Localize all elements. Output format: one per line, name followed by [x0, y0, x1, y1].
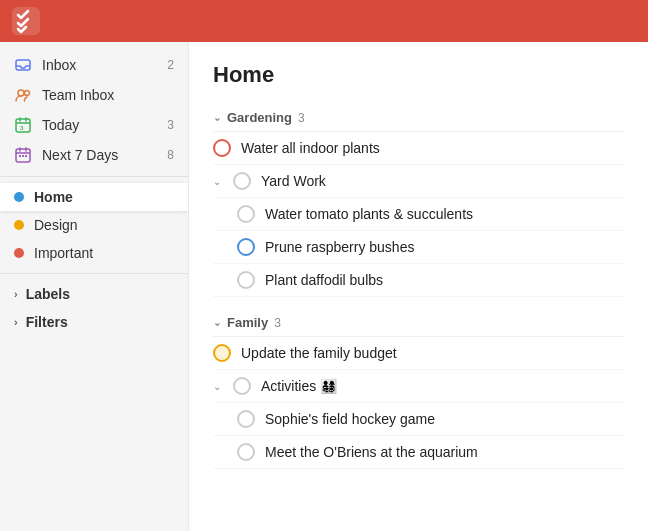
home-label: Home — [34, 189, 174, 205]
activities-chevron-icon: ⌄ — [213, 381, 221, 392]
task-activities[interactable]: ⌄ Activities 👨‍👩‍👧‍👦 — [213, 370, 624, 403]
design-label: Design — [34, 217, 174, 233]
task-plant-daffodil[interactable]: Plant daffodil bulbs — [213, 264, 624, 297]
today-label: Today — [42, 117, 153, 133]
family-section: ⌄ Family 3 Update the family budget ⌄ Ac… — [213, 309, 624, 469]
design-dot — [14, 220, 24, 230]
task-text-plant-daffodil: Plant daffodil bulbs — [265, 272, 383, 288]
next7-icon — [14, 146, 32, 164]
sidebar-item-today[interactable]: 3 Today 3 — [0, 110, 188, 140]
svg-rect-9 — [25, 155, 27, 157]
task-text-yard-work: Yard Work — [261, 173, 326, 189]
filters-chevron-icon: › — [14, 316, 18, 328]
svg-point-3 — [25, 91, 30, 96]
task-checkbox-hockey-game[interactable] — [237, 410, 255, 428]
today-icon: 3 — [14, 116, 32, 134]
task-text-hockey-game: Sophie's field hockey game — [265, 411, 435, 427]
task-text-obriens-aquarium: Meet the O'Briens at the aquarium — [265, 444, 478, 460]
next7-badge: 8 — [167, 148, 174, 162]
inbox-label: Inbox — [42, 57, 153, 73]
sidebar: Inbox 2 Team Inbox 3 — [0, 42, 188, 531]
task-text-water-tomato: Water tomato plants & succulents — [265, 206, 473, 222]
task-yard-work[interactable]: ⌄ Yard Work — [213, 165, 624, 198]
home-dot — [14, 192, 24, 202]
task-text-family-budget: Update the family budget — [241, 345, 397, 361]
page-title: Home — [213, 62, 624, 88]
team-inbox-icon — [14, 86, 32, 104]
sidebar-item-design[interactable]: Design — [0, 211, 188, 239]
task-text-prune-raspberry: Prune raspberry bushes — [265, 239, 414, 255]
task-checkbox-yard-work[interactable] — [233, 172, 251, 190]
main-layout: Inbox 2 Team Inbox 3 — [0, 42, 648, 531]
labels-label: Labels — [26, 286, 70, 302]
task-checkbox-prune-raspberry[interactable] — [237, 238, 255, 256]
today-badge: 3 — [167, 118, 174, 132]
team-inbox-label: Team Inbox — [42, 87, 174, 103]
task-water-tomato[interactable]: Water tomato plants & succulents — [213, 198, 624, 231]
gardening-label: Gardening — [227, 110, 292, 125]
task-checkbox-obriens-aquarium[interactable] — [237, 443, 255, 461]
task-checkbox-plant-daffodil[interactable] — [237, 271, 255, 289]
task-checkbox-water-indoor[interactable] — [213, 139, 231, 157]
filters-label: Filters — [26, 314, 68, 330]
task-prune-raspberry[interactable]: Prune raspberry bushes — [213, 231, 624, 264]
svg-rect-7 — [19, 155, 21, 157]
gardening-section: ⌄ Gardening 3 Water all indoor plants ⌄ … — [213, 104, 624, 297]
family-section-header[interactable]: ⌄ Family 3 — [213, 309, 624, 337]
important-label: Important — [34, 245, 174, 261]
app-logo-icon — [12, 7, 40, 35]
labels-chevron-icon: › — [14, 288, 18, 300]
gardening-chevron-icon: ⌄ — [213, 112, 221, 123]
svg-rect-8 — [22, 155, 24, 157]
task-checkbox-water-tomato[interactable] — [237, 205, 255, 223]
sidebar-divider-2 — [0, 273, 188, 274]
yard-work-chevron-icon: ⌄ — [213, 176, 221, 187]
task-text-water-indoor: Water all indoor plants — [241, 140, 380, 156]
task-checkbox-activities[interactable] — [233, 377, 251, 395]
sidebar-divider — [0, 176, 188, 177]
sidebar-item-important[interactable]: Important — [0, 239, 188, 267]
task-text-activities: Activities 👨‍👩‍👧‍👦 — [261, 378, 337, 394]
task-water-indoor-plants[interactable]: Water all indoor plants — [213, 132, 624, 165]
svg-text:3: 3 — [20, 125, 24, 131]
family-chevron-icon: ⌄ — [213, 317, 221, 328]
gardening-section-header[interactable]: ⌄ Gardening 3 — [213, 104, 624, 132]
labels-section-header[interactable]: › Labels — [0, 280, 188, 308]
task-obriens-aquarium[interactable]: Meet the O'Briens at the aquarium — [213, 436, 624, 469]
next7-label: Next 7 Days — [42, 147, 153, 163]
sidebar-item-home[interactable]: Home — [0, 183, 188, 211]
content-area: Home ⌄ Gardening 3 Water all indoor plan… — [188, 42, 648, 531]
filters-section-header[interactable]: › Filters — [0, 308, 188, 336]
task-checkbox-family-budget[interactable] — [213, 344, 231, 362]
gardening-count: 3 — [298, 111, 305, 125]
task-hockey-game[interactable]: Sophie's field hockey game — [213, 403, 624, 436]
family-label: Family — [227, 315, 268, 330]
important-dot — [14, 248, 24, 258]
inbox-badge: 2 — [167, 58, 174, 72]
task-family-budget[interactable]: Update the family budget — [213, 337, 624, 370]
sidebar-item-next7[interactable]: Next 7 Days 8 — [0, 140, 188, 170]
family-count: 3 — [274, 316, 281, 330]
inbox-icon — [14, 56, 32, 74]
sidebar-item-inbox[interactable]: Inbox 2 — [0, 50, 188, 80]
sidebar-item-team-inbox[interactable]: Team Inbox — [0, 80, 188, 110]
svg-point-2 — [18, 90, 24, 96]
app-header — [0, 0, 648, 42]
